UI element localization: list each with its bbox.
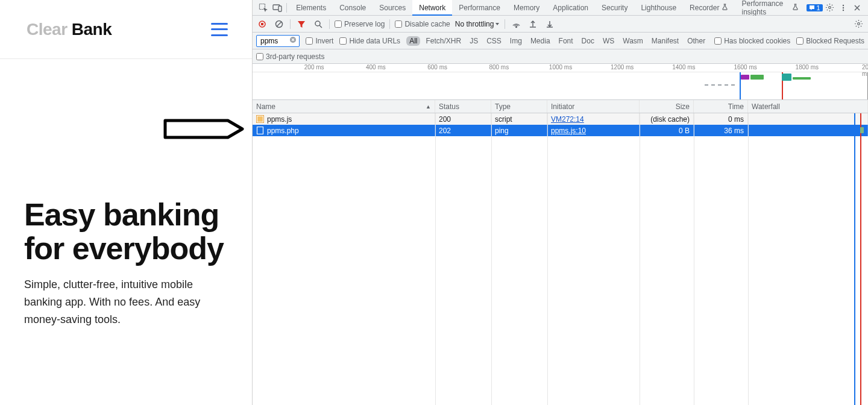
request-status: 202 — [435, 125, 491, 136]
hero-section: Easy banking for everybody Simple, clutt… — [0, 198, 252, 328]
filter-toggle-icon[interactable] — [295, 18, 307, 30]
filter-type-media[interactable]: Media — [527, 36, 553, 46]
import-har-icon[interactable] — [544, 18, 556, 30]
website-panel: Clear Bank Easy banking for everybody Si… — [0, 0, 252, 405]
svg-rect-8 — [261, 23, 263, 25]
settings-gear-icon[interactable] — [823, 1, 837, 15]
request-name: ppms.php — [267, 127, 299, 135]
filter-type-img[interactable]: Img — [507, 36, 525, 46]
request-status: 200 — [435, 113, 491, 125]
filter-type-fetchxhr[interactable]: Fetch/XHR — [423, 36, 464, 46]
col-header-status[interactable]: Status — [435, 100, 491, 113]
timeline-tick: 200 ms — [304, 64, 324, 71]
devtools-tab-memory[interactable]: Memory — [507, 0, 546, 16]
request-type: ping — [491, 125, 547, 136]
file-type-icon — [256, 115, 264, 123]
preserve-log-checkbox[interactable]: Preserve log — [335, 20, 385, 28]
timeline-tick: 600 ms — [427, 64, 447, 71]
blocked-requests-checkbox[interactable]: Blocked Requests — [796, 37, 864, 45]
network-filter-row-2: 3rd-party requests — [253, 49, 868, 64]
devtools-tab-application[interactable]: Application — [546, 0, 595, 16]
svg-rect-16 — [257, 127, 263, 134]
svg-point-6 — [843, 9, 844, 10]
col-header-size[interactable]: Size — [640, 100, 694, 113]
request-size: 0 B — [640, 125, 694, 136]
flask-icon — [792, 4, 799, 12]
grid-header: Name▲ Status Type Initiator Size Time Wa… — [253, 100, 868, 113]
svg-point-5 — [843, 7, 844, 8]
devtools-tab-console[interactable]: Console — [333, 0, 373, 16]
record-button[interactable] — [256, 18, 268, 30]
filter-input-wrapper — [256, 35, 300, 47]
filter-type-doc[interactable]: Doc — [579, 36, 597, 46]
filter-type-manifest[interactable]: Manifest — [649, 36, 682, 46]
site-header: Clear Bank — [0, 0, 252, 59]
table-row[interactable]: ppms.js200scriptVM272:14(disk cache)0 ms — [253, 113, 868, 125]
devtools-tab-recorder[interactable]: Recorder — [683, 0, 735, 16]
devtools-tab-sources[interactable]: Sources — [373, 0, 412, 16]
filter-type-js[interactable]: JS — [467, 36, 481, 46]
export-har-icon[interactable] — [527, 18, 539, 30]
disable-cache-checkbox[interactable]: Disable cache — [395, 20, 450, 28]
devtools-tab-performance[interactable]: Performance — [452, 0, 507, 16]
clear-filter-icon[interactable] — [289, 36, 298, 45]
network-toolbar: Preserve log Disable cache No throttling — [253, 16, 868, 33]
svg-point-10 — [315, 21, 320, 26]
third-party-checkbox[interactable]: 3rd-party requests — [256, 52, 324, 61]
request-name: ppms.js — [267, 115, 292, 124]
svg-point-11 — [516, 27, 517, 28]
filter-type-wasm[interactable]: Wasm — [620, 36, 646, 46]
devtools-tab-network[interactable]: Network — [412, 0, 452, 16]
network-timeline-overview[interactable]: 200 ms400 ms600 ms800 ms1000 ms1200 ms14… — [253, 64, 868, 100]
timeline-tick: 1600 ms — [734, 64, 756, 71]
col-header-name[interactable]: Name▲ — [253, 100, 435, 113]
request-waterfall — [748, 125, 868, 136]
svg-point-4 — [843, 4, 844, 5]
request-size: (disk cache) — [640, 113, 694, 125]
kebab-menu-icon[interactable] — [837, 1, 851, 15]
devtools-tab-elements[interactable]: Elements — [289, 0, 333, 16]
hamburger-menu-button[interactable] — [211, 23, 228, 36]
col-header-waterfall[interactable]: Waterfall — [748, 100, 868, 113]
hero-title: Easy banking for everybody — [24, 198, 228, 265]
col-header-time[interactable]: Time — [694, 100, 748, 113]
col-header-type[interactable]: Type — [491, 100, 547, 113]
devtools-tab-strip: ElementsConsoleSourcesNetworkPerformance… — [253, 0, 868, 16]
device-toolbar-icon[interactable] — [270, 1, 284, 15]
search-icon[interactable] — [312, 18, 324, 30]
chevron-down-icon — [495, 22, 500, 27]
timeline-tick: 1000 ms — [549, 64, 572, 71]
filter-type-other[interactable]: Other — [684, 36, 708, 46]
devtools-tab-security[interactable]: Security — [595, 0, 634, 16]
inspect-element-icon[interactable] — [256, 1, 270, 15]
timeline-tick: 1800 ms — [796, 64, 819, 71]
hero-subtitle: Simple, clutter-free, intuitive mobile b… — [24, 276, 217, 328]
devtools-tab-performance-insights[interactable]: Performance insights — [735, 0, 805, 16]
invert-checkbox[interactable]: Invert — [306, 37, 333, 45]
request-initiator-link[interactable]: ppms.js:10 — [551, 127, 586, 135]
filter-type-font[interactable]: Font — [556, 36, 576, 46]
flask-icon — [722, 4, 728, 12]
filter-type-all[interactable]: All — [406, 36, 420, 46]
issues-badge[interactable]: 1 — [807, 4, 823, 11]
network-request-grid: Name▲ Status Type Initiator Size Time Wa… — [253, 100, 868, 405]
has-blocked-cookies-checkbox[interactable]: Has blocked cookies — [714, 37, 790, 45]
col-header-initiator[interactable]: Initiator — [547, 100, 640, 113]
devtools-tab-lighthouse[interactable]: Lighthouse — [634, 0, 683, 16]
close-devtools-icon[interactable] — [851, 1, 864, 15]
table-row[interactable]: ppms.php202pingppms.js:100 B36 ms — [253, 125, 868, 136]
filter-type-ws[interactable]: WS — [600, 36, 617, 46]
clear-button[interactable] — [273, 18, 285, 30]
timeline-tick: 400 ms — [366, 64, 386, 71]
network-filter-row: Invert Hide data URLs AllFetch/XHRJSCSSI… — [253, 33, 868, 49]
request-initiator-link[interactable]: VM272:14 — [551, 115, 584, 124]
annotation-arrow — [162, 116, 246, 144]
request-type: script — [491, 113, 547, 125]
site-logo: Clear Bank — [27, 20, 112, 39]
filter-type-css[interactable]: CSS — [483, 36, 505, 46]
network-settings-icon[interactable] — [852, 18, 864, 30]
throttling-select[interactable]: No throttling — [455, 20, 500, 28]
request-time: 36 ms — [694, 125, 748, 136]
network-conditions-icon[interactable] — [510, 18, 522, 30]
hide-data-urls-checkbox[interactable]: Hide data URLs — [339, 37, 400, 45]
